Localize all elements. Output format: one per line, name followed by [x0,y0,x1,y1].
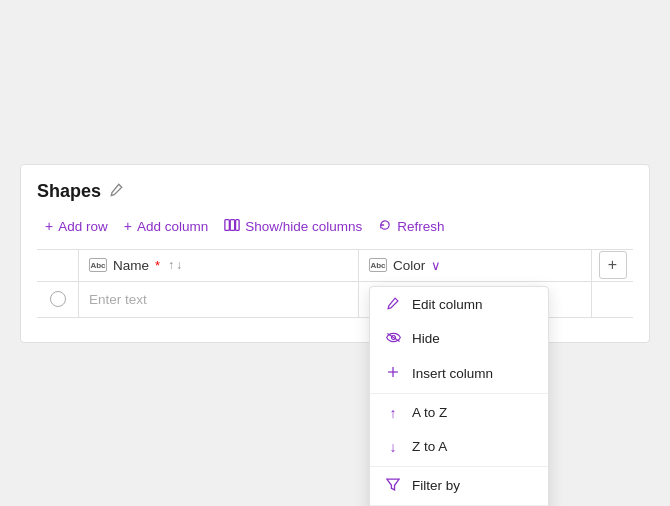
panel-title-row: Shapes [37,181,633,202]
add-row-button[interactable]: + Add row [37,214,116,238]
column-header-name: Abc Name * ↑ ↓ [79,250,359,281]
pencil-icon [384,296,402,313]
chevron-down-icon[interactable]: ∨ [431,258,441,273]
refresh-button[interactable]: Refresh [370,214,452,239]
sort-asc-icon[interactable]: ↑ [168,258,174,272]
name-placeholder: Enter text [89,292,147,307]
columns-icon [224,218,240,235]
menu-separator-3 [370,505,548,506]
row-name-cell[interactable]: Enter text [79,282,359,317]
required-star: * [155,258,160,273]
menu-edit-column-label: Edit column [412,297,483,312]
arrow-down-icon: ↓ [384,439,402,455]
eye-off-icon [384,331,402,347]
show-hide-columns-button[interactable]: Show/hide columns [216,214,370,239]
menu-insert-column-label: Insert column [412,366,493,381]
svg-rect-1 [230,219,234,230]
menu-separator-2 [370,466,548,467]
insert-plus-icon [384,365,402,382]
column-dropdown-menu: Edit column Hide [369,286,549,507]
menu-separator-1 [370,393,548,394]
svg-marker-7 [387,479,399,490]
svg-rect-0 [225,219,229,230]
column-type-icon-color: Abc [369,258,387,272]
menu-item-filter-by[interactable]: Filter by [370,469,548,503]
column-header-color: Abc Color ∨ Edit column [359,250,591,281]
column-color-label: Color [393,258,425,273]
menu-z-to-a-label: Z to A [412,439,447,454]
sort-icons: ↑ ↓ [168,258,182,272]
shapes-panel: Shapes + Add row + Add column Show/hi [20,164,650,343]
menu-filter-by-label: Filter by [412,478,460,493]
menu-item-a-to-z[interactable]: ↑ A to Z [370,396,548,430]
filter-icon [384,478,402,494]
column-name-label: Name [113,258,149,273]
menu-item-hide[interactable]: Hide [370,322,548,356]
plus-icon: + [45,218,53,234]
row-checkbox-cell [37,282,79,317]
toolbar: + Add row + Add column Show/hide columns [37,214,633,250]
add-column-cell: + [591,250,633,281]
row-add-cell [591,282,633,317]
plus-icon: + [124,218,132,234]
add-column-button-grid[interactable]: + [599,251,627,279]
panel-title: Shapes [37,181,101,202]
refresh-icon [378,218,392,235]
edit-icon[interactable] [109,182,124,200]
menu-hide-label: Hide [412,331,440,346]
row-radio[interactable] [50,291,66,307]
column-type-icon: Abc [89,258,107,272]
menu-a-to-z-label: A to Z [412,405,447,420]
header-checkbox-cell [37,250,79,281]
arrow-up-icon: ↑ [384,405,402,421]
add-column-button[interactable]: + Add column [116,214,216,238]
sort-desc-icon[interactable]: ↓ [176,258,182,272]
menu-item-edit-column[interactable]: Edit column [370,287,548,322]
svg-rect-2 [236,219,240,230]
menu-item-insert-column[interactable]: Insert column [370,356,548,391]
grid-header: Abc Name * ↑ ↓ Abc Color ∨ Edit c [37,250,633,282]
menu-item-z-to-a[interactable]: ↓ Z to A [370,430,548,464]
